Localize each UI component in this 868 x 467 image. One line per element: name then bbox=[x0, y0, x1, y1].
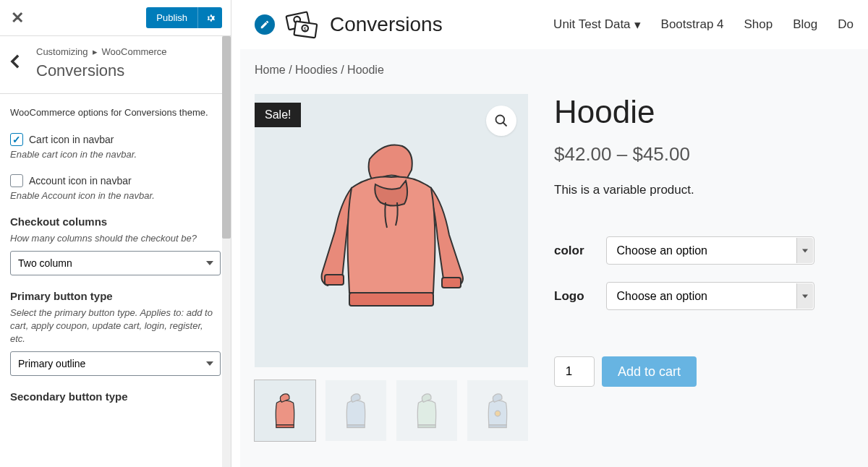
checkout-columns-field: Checkout columns How many columns should… bbox=[10, 215, 221, 275]
site-brand[interactable]: Conversions bbox=[330, 13, 443, 36]
product-layout: Sale! bbox=[255, 94, 854, 441]
site-logo-icon: $ bbox=[284, 9, 321, 40]
sale-badge: Sale! bbox=[255, 103, 301, 127]
add-to-cart-button[interactable]: Add to cart bbox=[602, 356, 697, 387]
primary-button-label: Primary button type bbox=[10, 290, 221, 302]
product-title: Hoodie bbox=[554, 94, 854, 130]
svg-point-5 bbox=[496, 116, 505, 124]
publish-group: Publish bbox=[146, 7, 222, 28]
site-header: $ Conversions Unit Test Data ▾ Bootstrap… bbox=[240, 0, 868, 49]
svg-rect-14 bbox=[489, 425, 506, 428]
checkout-columns-select[interactable]: Two column bbox=[10, 251, 221, 275]
cart-icon-option: Cart icon in navbar Enable cart icon in … bbox=[10, 133, 221, 160]
gear-icon bbox=[205, 12, 216, 24]
section-header: Customizing ▸ WooCommerce Conversions bbox=[0, 36, 231, 94]
nav-blog[interactable]: Blog bbox=[793, 17, 817, 33]
primary-button-select[interactable]: Primary outline bbox=[10, 351, 221, 376]
checkout-columns-desc: How many columns should the checkout be? bbox=[10, 232, 221, 245]
svg-rect-8 bbox=[325, 275, 344, 285]
svg-rect-9 bbox=[442, 278, 461, 288]
crumb-home[interactable]: Home bbox=[255, 64, 286, 76]
nav-bootstrap-4[interactable]: Bootstrap 4 bbox=[661, 17, 724, 33]
product-short-desc: This is a variable product. bbox=[554, 183, 854, 197]
secondary-button-field: Secondary button type bbox=[10, 390, 221, 403]
close-icon[interactable]: ✕ bbox=[9, 9, 26, 27]
svg-rect-11 bbox=[347, 425, 365, 428]
thumbnail-3[interactable] bbox=[396, 380, 457, 441]
sidebar-toolbar: ✕ Publish bbox=[0, 0, 231, 36]
svg-rect-12 bbox=[418, 425, 435, 428]
sidebar-scrollbar[interactable] bbox=[222, 36, 231, 467]
crumb-category[interactable]: Hoodies bbox=[295, 64, 338, 76]
account-icon-label: Account icon in navbar bbox=[29, 175, 132, 187]
variation-logo-select[interactable]: Choose an option bbox=[606, 282, 814, 310]
hoodie-image-icon bbox=[255, 94, 528, 367]
quantity-input[interactable] bbox=[554, 356, 595, 387]
pencil-icon bbox=[260, 20, 270, 30]
caret-down-icon: ▾ bbox=[634, 17, 641, 33]
publish-settings-button[interactable] bbox=[197, 7, 222, 28]
preview-body: Home / Hoodies / Hoodie Sale! bbox=[240, 49, 868, 467]
add-to-cart-row: Add to cart bbox=[554, 356, 854, 387]
section-title: Conversions bbox=[36, 61, 221, 80]
sidebar-body: WooCommerce options for Conversions them… bbox=[0, 94, 231, 429]
thumbnail-2[interactable] bbox=[326, 380, 386, 441]
checkout-columns-label: Checkout columns bbox=[10, 215, 221, 228]
product-gallery: Sale! bbox=[255, 94, 528, 441]
zoom-button[interactable] bbox=[486, 106, 516, 136]
scrollbar-thumb[interactable] bbox=[222, 36, 231, 239]
search-icon bbox=[494, 113, 509, 128]
variation-color-label: color bbox=[554, 236, 606, 265]
nav-shop[interactable]: Shop bbox=[744, 17, 773, 33]
cart-icon-checkbox[interactable] bbox=[10, 133, 23, 146]
preview-pane: $ Conversions Unit Test Data ▾ Bootstrap… bbox=[240, 0, 868, 467]
svg-rect-7 bbox=[349, 293, 433, 306]
back-button[interactable] bbox=[10, 53, 20, 74]
account-icon-desc: Enable Account icon in the navbar. bbox=[10, 190, 221, 201]
publish-button[interactable]: Publish bbox=[146, 7, 197, 28]
product-thumbnails bbox=[255, 380, 528, 441]
account-icon-option: Account icon in navbar Enable Account ic… bbox=[10, 174, 221, 201]
edit-shortcut-button[interactable] bbox=[255, 14, 275, 35]
variation-color-select[interactable]: Choose an option bbox=[606, 236, 814, 265]
section-intro: WooCommerce options for Conversions them… bbox=[10, 106, 221, 120]
chevron-left-icon bbox=[10, 53, 20, 69]
cart-icon-label: Cart icon in navbar bbox=[29, 134, 114, 145]
account-icon-checkbox[interactable] bbox=[10, 174, 23, 187]
thumbnail-1[interactable] bbox=[255, 380, 315, 441]
customizer-sidebar: ✕ Publish Customizing ▸ WooCommerce Conv… bbox=[0, 0, 231, 467]
product-main-image[interactable]: Sale! bbox=[255, 94, 528, 367]
breadcrumb-prefix: Customizing bbox=[36, 46, 88, 57]
variation-logo-label: Logo bbox=[554, 282, 606, 310]
svg-point-13 bbox=[495, 411, 501, 416]
secondary-button-label: Secondary button type bbox=[10, 390, 221, 403]
thumbnail-4[interactable] bbox=[467, 380, 528, 441]
product-info: Hoodie $42.00 – $45.00 This is a variabl… bbox=[554, 94, 854, 441]
primary-nav: Unit Test Data ▾ Bootstrap 4 Shop Blog D… bbox=[553, 17, 854, 33]
svg-rect-10 bbox=[276, 425, 294, 428]
nav-more[interactable]: Do bbox=[838, 17, 854, 33]
breadcrumb-parent: WooCommerce bbox=[102, 46, 167, 57]
breadcrumb: Customizing ▸ WooCommerce bbox=[36, 46, 221, 57]
nav-unit-test-data[interactable]: Unit Test Data ▾ bbox=[553, 17, 640, 33]
crumb-current: Hoodie bbox=[347, 64, 384, 76]
variations-form: color Choose an option Logo bbox=[554, 219, 814, 327]
product-price: $42.00 – $45.00 bbox=[554, 143, 854, 166]
product-breadcrumb: Home / Hoodies / Hoodie bbox=[255, 64, 854, 77]
primary-button-desc: Select the primary button type. Applies … bbox=[10, 307, 221, 346]
svg-line-6 bbox=[503, 123, 507, 127]
primary-button-field: Primary button type Select the primary b… bbox=[10, 290, 221, 377]
cart-icon-desc: Enable cart icon in the navbar. bbox=[10, 149, 221, 160]
breadcrumb-separator-icon: ▸ bbox=[93, 46, 98, 57]
